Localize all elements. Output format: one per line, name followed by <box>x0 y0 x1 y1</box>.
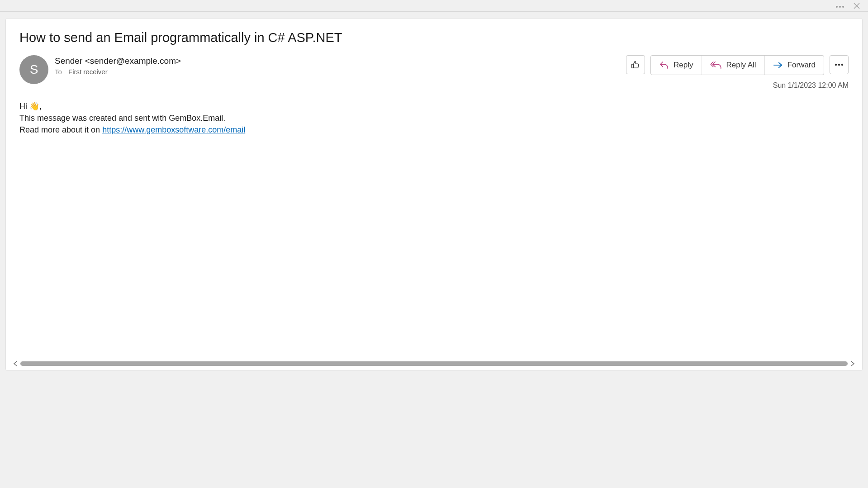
sender-avatar[interactable]: S <box>19 55 48 84</box>
svg-point-1 <box>839 6 841 8</box>
forward-button[interactable]: Forward <box>765 56 824 75</box>
reply-all-icon <box>710 61 722 69</box>
reply-all-label: Reply All <box>726 61 756 70</box>
email-body: Hi 👋, This message was created and sent … <box>19 100 849 136</box>
reply-all-button[interactable]: Reply All <box>702 56 765 75</box>
sender-line[interactable]: Sender <sender@example.com> <box>55 56 626 66</box>
scroll-left-icon[interactable] <box>12 360 19 367</box>
window-titlebar <box>0 0 868 12</box>
recipients-line[interactable]: To First receiver <box>55 68 626 76</box>
email-reading-pane: How to send an Email programmatically in… <box>5 18 863 371</box>
message-actions-row: Reply Reply All <box>626 55 849 75</box>
body-link[interactable]: https://www.gemboxsoftware.com/email <box>102 125 245 134</box>
reply-button[interactable]: Reply <box>651 56 702 75</box>
svg-point-8 <box>841 64 843 66</box>
more-horizontal-icon <box>835 63 844 66</box>
horizontal-scrollbar[interactable] <box>12 360 856 368</box>
svg-point-2 <box>842 6 844 8</box>
svg-point-0 <box>836 6 838 8</box>
svg-point-7 <box>838 64 840 66</box>
scrollbar-thumb[interactable] <box>20 361 848 366</box>
email-subject: How to send an Email programmatically in… <box>19 30 849 45</box>
thumbs-up-icon <box>631 60 640 70</box>
forward-label: Forward <box>787 61 816 70</box>
reply-label: Reply <box>674 61 693 70</box>
more-actions-button[interactable] <box>830 55 849 74</box>
to-label: To <box>55 68 62 76</box>
window-close-button[interactable] <box>854 3 864 9</box>
forward-arrow-icon <box>773 62 783 68</box>
svg-point-6 <box>835 64 837 66</box>
to-value: First receiver <box>68 68 108 76</box>
avatar-initial: S <box>30 62 38 77</box>
reply-forward-group: Reply Reply All <box>650 55 824 75</box>
window-more-icon[interactable] <box>835 1 844 10</box>
body-line-2: This message was created and sent with G… <box>19 112 849 124</box>
wave-emoji: 👋 <box>29 102 39 111</box>
body-line-3: Read more about it on https://www.gembox… <box>19 124 849 136</box>
like-button[interactable] <box>626 55 645 74</box>
scroll-right-icon[interactable] <box>849 360 856 367</box>
email-timestamp: Sun 1/1/2023 12:00 AM <box>773 81 849 90</box>
scrollbar-track[interactable] <box>20 361 848 366</box>
body-line-1: Hi 👋, <box>19 100 849 112</box>
reply-icon <box>659 61 669 69</box>
